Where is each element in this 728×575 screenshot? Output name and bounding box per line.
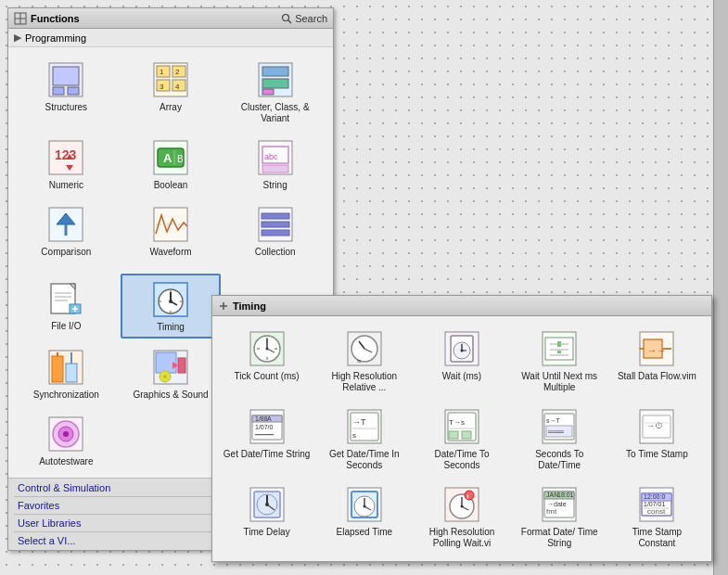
timing-item-high-res-polling[interactable]: ! High Resolution Polling Wait.vi — [415, 479, 508, 554]
timing-item-datetime-to-seconds[interactable]: T→s Date/Time To Seconds — [415, 402, 508, 476]
timing-item-get-date-seconds[interactable]: →T s Get Date/Time In Seconds — [317, 402, 411, 476]
functions-grid: Structures 1 2 3 4 Array — [8, 47, 333, 270]
timing-item-wait[interactable]: Wait (ms) — [415, 324, 508, 398]
breadcrumb-arrow: ▶ — [14, 32, 21, 44]
svg-point-83 — [63, 431, 69, 437]
comparison-label: Comparison — [41, 247, 91, 258]
fn-item-string[interactable]: abc String — [224, 133, 326, 196]
fn-item-boolean[interactable]: A B Boolean — [121, 133, 222, 196]
svg-point-149 — [265, 503, 269, 506]
svg-text:1/88: 1/88 — [255, 415, 268, 422]
elapsed-time-label: Elapsed Time — [336, 527, 392, 538]
timing-item-elapsed-time[interactable]: Elapsed Time — [317, 479, 411, 554]
svg-point-3 — [283, 14, 289, 20]
svg-text:1: 1 — [160, 68, 164, 76]
fn-item-autotestware[interactable]: Autotestware — [16, 409, 117, 472]
time-stamp-constant-label: Time Stamp Constant — [613, 527, 701, 549]
fn-item-cluster[interactable]: Cluster, Class, & Variant — [224, 55, 326, 129]
structures-label: Structures — [45, 102, 88, 113]
search-button[interactable]: Search — [281, 13, 327, 24]
numeric-label: Numeric — [49, 180, 83, 191]
get-date-string-icon: 1/88 A 1/07/0 ━━━━━ — [247, 406, 287, 447]
timing-pin-icon — [218, 300, 229, 312]
elapsed-time-icon — [344, 484, 385, 525]
svg-rect-63 — [66, 364, 77, 382]
svg-rect-8 — [68, 87, 79, 95]
timing-item-stall[interactable]: →→ Stall Data Flow.vim — [610, 324, 704, 398]
fn-item-array[interactable]: 1 2 3 4 Array — [121, 55, 222, 129]
timing-label: Timing — [157, 322, 185, 333]
svg-rect-62 — [52, 356, 63, 382]
svg-text:1/07/0: 1/07/0 — [255, 424, 274, 430]
breadcrumb-text: Programming — [25, 32, 86, 44]
format-date-icon: JAN 18:01 → date fmt — [539, 484, 580, 525]
array-label: Array — [160, 102, 182, 113]
functions-panel-title: Functions — [31, 13, 80, 24]
fn-item-graphics-sound[interactable]: Graphics & Sound — [121, 342, 222, 405]
svg-rect-34 — [262, 165, 288, 172]
synchronization-label: Synchronization — [33, 390, 99, 401]
wait-icon — [441, 328, 482, 369]
fn-item-comparison[interactable]: Comparison — [16, 199, 117, 262]
svg-rect-107 — [545, 338, 573, 360]
high-resolution-label: High Resolution Relative ... — [320, 371, 408, 393]
fn-item-fileio[interactable]: File I/O — [16, 274, 117, 339]
high-res-polling-icon: ! — [441, 484, 482, 525]
collection-icon — [255, 204, 296, 245]
timing-item-wait-next[interactable]: Wait Until Next ms Multiple — [513, 324, 607, 398]
svg-text:T→s: T→s — [449, 418, 465, 427]
tick-count-label: Tick Count (ms) — [234, 371, 299, 382]
svg-rect-6 — [53, 67, 79, 85]
time-delay-icon — [247, 484, 287, 525]
timing-item-time-delay[interactable]: Time Delay — [220, 479, 313, 554]
functions-panel-header: Functions Search — [8, 8, 333, 29]
cluster-label: Cluster, Class, & Variant — [227, 102, 323, 124]
svg-rect-7 — [53, 87, 64, 95]
graphics-sound-label: Graphics & Sound — [133, 390, 208, 401]
timing-item-high-resolution[interactable]: ≈ High Resolution Relative ... — [317, 324, 411, 398]
string-icon: abc — [255, 137, 296, 178]
search-icon — [281, 13, 292, 24]
synchronization-icon — [45, 347, 86, 388]
svg-text:s: s — [352, 431, 356, 440]
timing-item-seconds-to-datetime[interactable]: s→T ═══ Seconds To Date/Time — [513, 402, 607, 476]
svg-text:2: 2 — [175, 68, 180, 76]
fn-item-collection[interactable]: Collection — [224, 199, 326, 262]
fn-item-structures[interactable]: Structures — [16, 55, 117, 129]
timing-item-time-stamp-constant[interactable]: 12:00:0 1/07/01 const Time Stamp Constan… — [610, 479, 704, 554]
svg-rect-112 — [557, 351, 561, 353]
timing-item-to-time-stamp[interactable]: →⏱ To Time Stamp — [610, 402, 704, 476]
get-date-seconds-label: Get Date/Time In Seconds — [320, 449, 408, 471]
svg-point-156 — [363, 505, 365, 508]
timing-item-get-date-string[interactable]: 1/88 A 1/07/0 ━━━━━ Get Date/Time String — [220, 402, 313, 476]
fn-item-synchronization[interactable]: Synchronization — [16, 342, 117, 405]
timing-item-format-date[interactable]: JAN 18:01 → date fmt Format Date/ Time S… — [513, 479, 607, 554]
time-stamp-constant-icon: 12:00:0 1/07/01 const — [636, 484, 677, 525]
tick-count-icon — [247, 328, 287, 369]
svg-text:≈: ≈ — [357, 357, 362, 365]
fileio-label: File I/O — [51, 321, 81, 332]
svg-text:3: 3 — [160, 83, 164, 91]
svg-text:A: A — [163, 151, 172, 165]
autotestware-icon — [45, 414, 86, 454]
fn-item-numeric[interactable]: 123 Numeric — [16, 133, 117, 196]
svg-text:═══: ═══ — [547, 428, 564, 436]
format-date-label: Format Date/ Time String — [516, 527, 604, 549]
svg-text:1/07/01: 1/07/01 — [644, 501, 665, 507]
get-date-seconds-icon: →T s — [344, 406, 385, 447]
high-res-polling-label: High Resolution Polling Wait.vi — [417, 527, 505, 549]
svg-text:s→T: s→T — [546, 417, 561, 424]
cluster-icon — [255, 59, 296, 100]
array-icon: 1 2 3 4 — [150, 59, 191, 100]
timing-panel-header: Timing — [212, 296, 711, 316]
fn-item-timing[interactable]: Timing — [121, 274, 222, 339]
svg-rect-20 — [262, 79, 288, 88]
seconds-to-datetime-icon: s→T ═══ — [539, 406, 580, 447]
scrollbar[interactable] — [713, 0, 728, 575]
graphics-sound-icon — [150, 347, 191, 388]
timing-panel: Timing Tick Count (ms) — [211, 295, 712, 562]
timing-item-tick-count[interactable]: Tick Count (ms) — [220, 324, 313, 398]
fn-item-waveform[interactable]: Waveform — [121, 199, 222, 262]
svg-text:18:01: 18:01 — [557, 492, 574, 498]
svg-rect-21 — [262, 89, 274, 95]
